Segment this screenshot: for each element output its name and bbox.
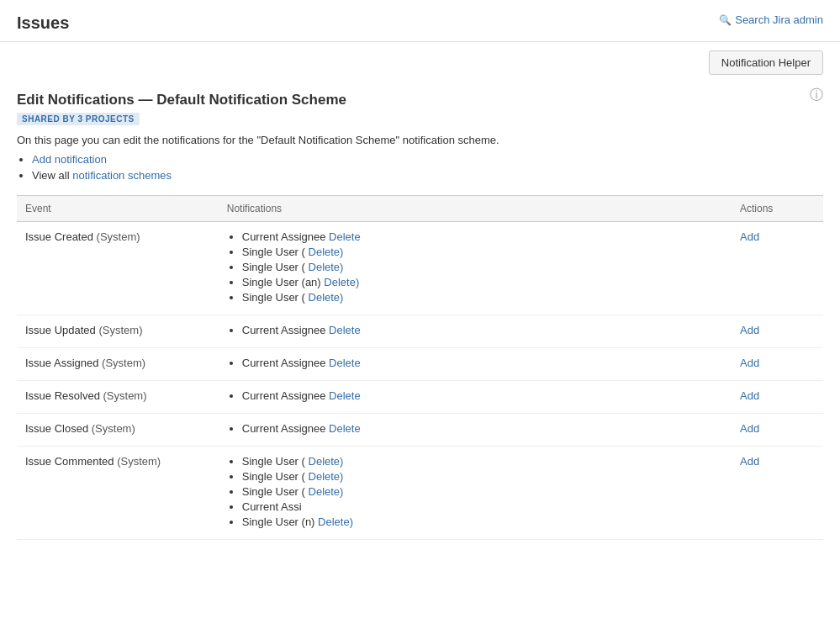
notifications-table: Event Notifications Actions Issue Create… [17,195,823,540]
notification-text: Single User ( [242,261,305,273]
shared-badge: SHARED BY 3 PROJECTS [17,113,140,125]
list-item: Single User ( Delete) [242,291,723,304]
list-item: Current Assignee Delete [242,389,723,402]
delete-link[interactable]: Delete [329,357,361,369]
event-suffix: (System) [97,230,140,243]
delete-link[interactable]: Delete [329,324,361,336]
notification-text: Single User ( [242,516,305,528]
event-name: Issue Updated [25,324,96,336]
search-icon: 🔍 [719,14,732,26]
event-cell: Issue Commented (System) [17,447,219,540]
list-item: Single User ( Delete) [242,246,723,258]
event-cell: Issue Assigned (System) [17,348,219,381]
list-item: Current Assignee Delete [242,324,723,336]
notifications-cell: Single User ( Delete)Single User ( Delet… [219,447,732,540]
list-item: Single User ( Delete) [242,485,723,498]
notification-text: Single User ( [242,291,305,304]
col-actions: Actions [732,196,823,222]
event-name: Issue Closed [25,422,88,435]
list-item: Current Assignee Delete [242,230,723,243]
main-content: Edit Notifications — Default Notificatio… [0,75,840,557]
notifications-cell: Current Assignee Delete [219,348,732,381]
delete-link[interactable]: Delete) [324,276,359,288]
col-notifications: Notifications [219,196,732,222]
list-item: Current Assignee Delete [242,357,723,369]
notification-extra: n) [305,516,318,528]
list-item: Single User ( Delete) [242,470,723,483]
add-notification-item: Add notification [32,153,823,166]
event-name: Issue Commented [25,455,114,468]
notification-text: Current Assignee [242,389,326,402]
table-row: Issue Assigned (System)Current Assignee … [17,348,823,381]
delete-link[interactable]: Delete [329,230,361,243]
event-suffix: (System) [117,455,161,468]
event-cell: Issue Updated (System) [17,315,219,348]
notification-text: Current Assignee [242,357,326,369]
add-action-link[interactable]: Add [740,455,759,468]
notification-text: Single User ( [242,246,305,258]
list-item: Single User (an) Delete) [242,276,723,288]
page-description: On this page you can edit the notificati… [17,134,823,146]
page-header: Issues 🔍 Search Jira admin [0,0,840,42]
add-action-link[interactable]: Add [740,389,759,402]
add-action-link[interactable]: Add [740,422,759,435]
notification-text: Current Assignee [242,230,326,243]
notification-text: Current Assignee [242,324,326,336]
event-name: Issue Created [25,230,93,243]
event-cell: Issue Resolved (System) [17,381,219,414]
search-jira-admin-link[interactable]: 🔍 Search Jira admin [719,13,823,26]
actions-cell: Add [732,222,823,315]
list-item: Single User ( Delete) [242,261,723,273]
table-row: Issue Commented (System)Single User ( De… [17,447,823,540]
actions-cell: Add [732,414,823,447]
event-name: Issue Assigned [25,357,98,369]
delete-link[interactable]: Delete) [309,291,344,304]
delete-link[interactable]: Delete [329,422,361,435]
action-links: Add notification View all notification s… [17,153,823,182]
notification-text: Single User ( [242,276,305,288]
delete-link[interactable]: Delete) [309,485,344,498]
add-action-link[interactable]: Add [740,324,759,336]
notifications-cell: Current Assignee Delete [219,381,732,414]
notification-extra: an) [305,276,324,288]
page-heading: Edit Notifications — Default Notificatio… [17,92,823,108]
list-item: Current Assi [242,500,723,513]
delete-link[interactable]: Delete) [309,455,344,468]
header-actions: 🔍 Search Jira admin [719,13,823,26]
notifications-cell: Current Assignee Delete [219,414,732,447]
add-notification-link[interactable]: Add notification [32,153,107,166]
notification-text: Single User ( [242,470,305,483]
add-action-link[interactable]: Add [740,357,759,369]
event-suffix: (System) [102,357,145,369]
delete-link[interactable]: Delete) [309,246,344,258]
table-row: Issue Updated (System)Current Assignee D… [17,315,823,348]
actions-cell: Add [732,447,823,540]
delete-link[interactable]: Delete) [318,516,353,528]
view-notification-schemes-link[interactable]: notification schemes [72,169,172,182]
notification-text: Current Assignee [242,422,326,435]
add-action-link[interactable]: Add [740,230,759,243]
table-row: Issue Created (System)Current Assignee D… [17,222,823,315]
view-schemes-item: View all notification schemes [32,169,823,182]
col-event: Event [17,196,219,222]
event-name: Issue Resolved [25,389,100,402]
list-item: Single User ( Delete) [242,455,723,468]
notifications-cell: Current Assignee DeleteSingle User ( Del… [219,222,732,315]
notification-helper-button[interactable]: Notification Helper [709,50,823,75]
delete-link[interactable]: Delete) [309,261,344,273]
actions-cell: Add [732,315,823,348]
delete-link[interactable]: Delete [329,389,361,402]
list-item: Single User (n) Delete) [242,516,723,528]
notification-text: Single User ( [242,485,305,498]
notification-text: Current Assi [242,500,302,513]
table-row: Issue Closed (System)Current Assignee De… [17,414,823,447]
delete-link[interactable]: Delete) [309,470,344,483]
help-icon[interactable]: ⓘ [810,87,823,104]
event-suffix: (System) [98,324,142,336]
event-cell: Issue Closed (System) [17,414,219,447]
notifications-cell: Current Assignee Delete [219,315,732,348]
actions-cell: Add [732,348,823,381]
table-header-row: Event Notifications Actions [17,196,823,222]
event-suffix: (System) [103,389,147,402]
event-suffix: (System) [92,422,135,435]
